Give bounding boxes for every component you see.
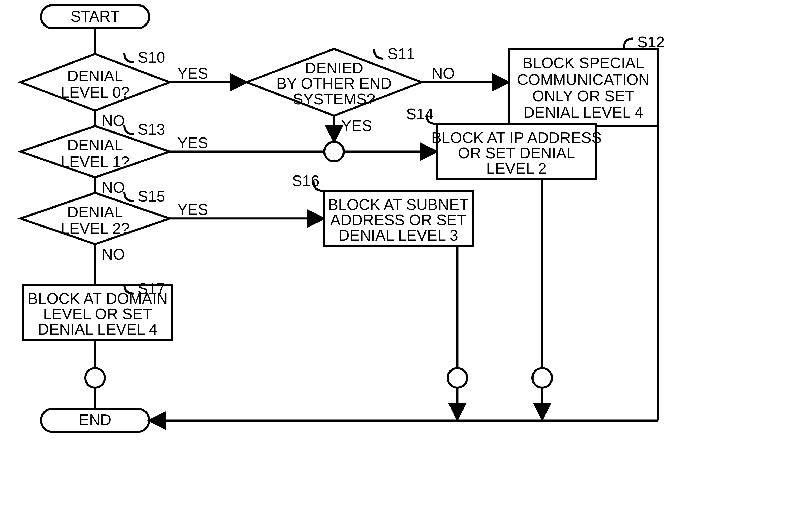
s12-line1: BLOCK SPECIAL xyxy=(523,54,644,72)
edge-s11-no-label: NO xyxy=(432,65,455,82)
start-label: START xyxy=(71,7,120,25)
end-label: END xyxy=(79,411,111,429)
s10-line1: DENIAL xyxy=(67,67,123,84)
s10-decision: DENIAL LEVEL 0? S10 xyxy=(21,49,170,111)
s16-line2: ADDRESS OR SET xyxy=(330,211,466,229)
s12-line4: DENIAL LEVEL 4 xyxy=(523,104,643,121)
s16-line3: DENIAL LEVEL 3 xyxy=(338,227,458,244)
s11-ref: S11 xyxy=(388,45,415,63)
edge-s10-yes-label: YES xyxy=(177,65,208,82)
edge-s13-yes-label: YES xyxy=(177,134,208,151)
s13-decision: DENIAL LEVEL 1? S13 xyxy=(21,121,170,177)
s15-line2: LEVEL 2? xyxy=(61,220,130,237)
s11-line1: DENIED xyxy=(305,59,363,77)
s13-ref: S13 xyxy=(138,121,165,138)
s16-line1: BLOCK AT SUBNET xyxy=(328,196,469,213)
s14-line3: LEVEL 2 xyxy=(486,160,547,177)
connector-a xyxy=(324,142,344,162)
flowchart-canvas: START DENIAL LEVEL 0? S10 YES DENIED BY … xyxy=(0,0,812,509)
s17-line2: LEVEL OR SET xyxy=(43,305,152,323)
end-node: END xyxy=(41,409,149,432)
s11-line2: BY OTHER END xyxy=(276,75,392,92)
s12-line2: COMMUNICATION xyxy=(517,71,649,88)
s15-line1: DENIAL xyxy=(67,203,123,221)
connector-b xyxy=(85,368,105,388)
edge-s10-no-label: NO xyxy=(102,112,125,129)
s10-line2: LEVEL 0? xyxy=(61,83,130,101)
s16-process: BLOCK AT SUBNET ADDRESS OR SET DENIAL LE… xyxy=(292,172,473,246)
s17-process: BLOCK AT DOMAIN LEVEL OR SET DENIAL LEVE… xyxy=(23,280,172,340)
s17-ref: S17 xyxy=(138,280,165,297)
s15-ref: S15 xyxy=(138,188,165,205)
s17-line3: DENIAL LEVEL 4 xyxy=(38,320,157,338)
s14-line1: BLOCK AT IP ADDRESS xyxy=(431,129,602,146)
s16-ref: S16 xyxy=(292,172,319,190)
s13-line2: LEVEL 1? xyxy=(61,153,130,171)
s12-process: BLOCK SPECIAL COMMUNICATION ONLY OR SET … xyxy=(509,33,665,126)
edge-s15-no-label: NO xyxy=(102,245,125,263)
s10-ref: S10 xyxy=(138,49,165,66)
edge-s11-yes-label: YES xyxy=(341,117,372,134)
s12-ref: S12 xyxy=(637,33,665,51)
s14-line2: OR SET DENIAL xyxy=(458,144,575,162)
s14-ref: S14 xyxy=(406,105,433,123)
s12-line3: ONLY OR SET xyxy=(532,87,635,105)
s11-decision: DENIED BY OTHER END SYSTEMS? S11 xyxy=(247,45,421,115)
connector-d xyxy=(532,368,552,388)
edge-s13-no-label: NO xyxy=(102,179,125,196)
s11-line3: SYSTEMS? xyxy=(293,90,375,108)
s15-decision: DENIAL LEVEL 2? S15 xyxy=(21,188,170,244)
edge-s15-yes-label: YES xyxy=(177,201,208,218)
connector-c xyxy=(448,368,467,388)
start-node: START xyxy=(41,5,149,28)
s13-line1: DENIAL xyxy=(67,136,123,154)
